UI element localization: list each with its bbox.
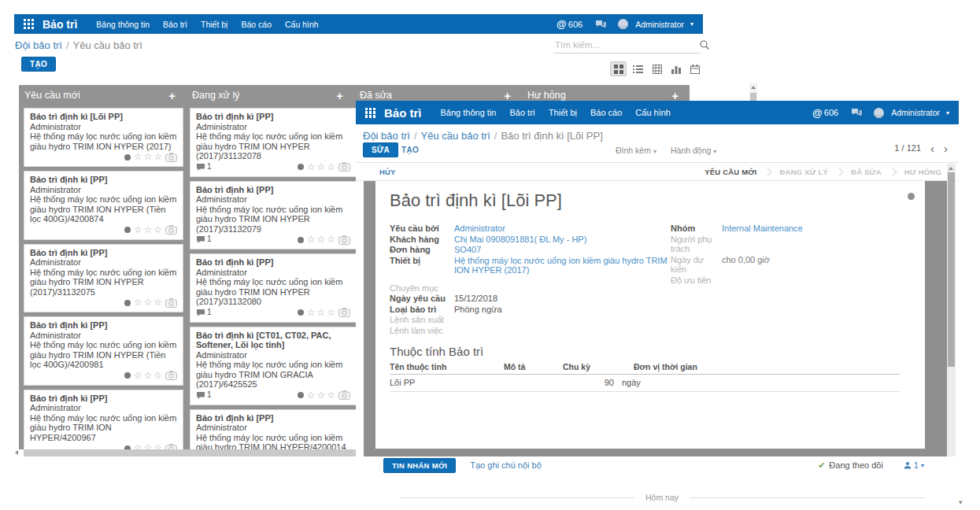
kanban-state-icon[interactable] (124, 154, 131, 161)
star-icon[interactable]: ☆ (134, 444, 142, 449)
message-count[interactable]: 1 (196, 308, 212, 318)
star-icon[interactable]: ☆ (153, 444, 162, 449)
create-button[interactable]: TẠO (401, 146, 419, 154)
vertical-scrollbar[interactable] (947, 164, 956, 456)
add-card-icon[interactable]: + (336, 89, 343, 102)
star-icon[interactable]: ☆ (143, 444, 152, 449)
pivot-view-icon[interactable] (649, 62, 664, 76)
star-icon[interactable]: ☆ (153, 298, 162, 307)
kanban-card[interactable]: Bảo trì định kì [PP] Administrator Hệ th… (24, 244, 183, 313)
star-icon[interactable]: ☆ (134, 298, 142, 307)
star-icon[interactable]: ☆ (143, 298, 152, 307)
add-card-icon[interactable]: + (168, 89, 176, 102)
kanban-card[interactable]: Bảo trì định kì [PP] Administrator Hệ th… (190, 409, 357, 450)
star-icon[interactable]: ☆ (307, 391, 316, 400)
graph-view-icon[interactable] (668, 62, 683, 76)
field-equipment[interactable]: Hệ thống máy lọc nước uống ion kiềm giàu… (454, 256, 669, 275)
calendar-view-icon[interactable] (687, 62, 702, 76)
kanban-card[interactable]: Bảo trì định kì [Lõi PP] Administrator H… (24, 108, 183, 167)
kanban-state-icon[interactable] (298, 164, 304, 170)
state-inprogress[interactable]: ĐANG XỬ LÝ (779, 168, 828, 176)
menu-dashboard[interactable]: Bảng thông tin (96, 20, 150, 29)
apps-grid-icon[interactable] (24, 19, 34, 29)
field-requested-by[interactable]: Administrator (454, 224, 669, 234)
menu-dashboard[interactable]: Bảng thông tin (441, 108, 497, 117)
star-icon[interactable]: ☆ (143, 371, 152, 380)
star-icon[interactable]: ☆ (307, 235, 316, 244)
message-count[interactable]: 1 (196, 235, 212, 245)
field-customer[interactable]: Chị Mai 0908091881( ĐL My - HP) (454, 235, 669, 245)
user-menu[interactable]: Administrator (891, 108, 940, 117)
add-card-icon[interactable]: + (671, 89, 679, 102)
attachments-dropdown[interactable]: Đính kèm▾ (616, 146, 656, 155)
state-repaired[interactable]: ĐÃ SỬA (851, 168, 882, 176)
menu-reporting[interactable]: Báo cáo (590, 108, 622, 117)
breadcrumb-page[interactable]: Yêu cầu bảo trì (421, 130, 490, 142)
cancel-button[interactable]: HỦY (379, 168, 396, 176)
menu-reporting[interactable]: Báo cáo (241, 20, 272, 29)
menu-equipment[interactable]: Thiết bị (549, 108, 577, 117)
star-icon[interactable]: ☆ (134, 371, 142, 380)
kanban-state-icon[interactable] (124, 227, 131, 233)
star-icon[interactable]: ☆ (307, 309, 316, 317)
table-row[interactable]: Lõi PP 90 ngày (390, 375, 900, 392)
activities-badge[interactable]: @606 (812, 107, 838, 119)
add-card-icon[interactable]: + (504, 89, 511, 102)
star-icon[interactable]: ☆ (316, 235, 325, 244)
field-sale-order[interactable]: SO407 (454, 245, 669, 255)
kanban-state-icon[interactable] (298, 237, 304, 243)
kanban-state-icon[interactable] (908, 193, 915, 200)
pager-next-icon[interactable]: › (944, 144, 948, 153)
app-title[interactable]: Bảo trì (43, 18, 77, 31)
kanban-card[interactable]: Bảo trì định kì [CT01, CT02, PAC, Soften… (190, 327, 357, 405)
scroll-left-icon[interactable] (15, 450, 18, 455)
menu-maintenance[interactable]: Bảo trì (509, 108, 534, 117)
star-icon[interactable]: ☆ (316, 163, 325, 172)
message-count[interactable]: 1 (196, 390, 212, 401)
star-icon[interactable]: ☆ (134, 153, 142, 161)
kanban-card[interactable]: Bảo trì định kì [PP] Administrator Hệ th… (190, 108, 357, 177)
star-icon[interactable]: ☆ (327, 309, 335, 317)
message-count[interactable]: 1 (196, 162, 212, 172)
kanban-card[interactable]: Bảo trì định kì [PP] Administrator Hệ th… (24, 171, 183, 240)
menu-maintenance[interactable]: Bảo trì (163, 20, 187, 29)
search-icon[interactable] (699, 39, 710, 54)
menu-configuration[interactable]: Cấu hình (635, 108, 671, 117)
pager-value[interactable]: 1 / 121 (894, 143, 921, 153)
breadcrumb-team[interactable]: Đội bảo trì (363, 130, 410, 142)
kanban-state-icon[interactable] (298, 392, 304, 398)
star-icon[interactable]: ☆ (153, 226, 162, 235)
messages-icon[interactable] (851, 108, 863, 117)
menu-configuration[interactable]: Cấu hình (285, 20, 319, 29)
menu-equipment[interactable]: Thiết bị (201, 20, 227, 29)
new-message-button[interactable]: TIN NHẮN MỚI (383, 458, 456, 473)
star-icon[interactable]: ☆ (327, 235, 335, 244)
field-team[interactable]: Internal Maintenance (722, 224, 803, 234)
star-icon[interactable]: ☆ (316, 309, 325, 317)
star-icon[interactable]: ☆ (307, 163, 316, 172)
state-scrap[interactable]: HƯ HỎNG (904, 168, 941, 176)
kanban-state-icon[interactable] (124, 300, 131, 306)
log-note-button[interactable]: Tạo ghi chú nội bộ (470, 460, 542, 470)
pager-previous-icon[interactable]: ‹ (930, 144, 934, 153)
apps-grid-icon[interactable] (365, 108, 375, 118)
list-view-icon[interactable] (631, 62, 645, 76)
kanban-card[interactable]: Bảo trì định kì [PP] Administrator Hệ th… (24, 316, 183, 386)
app-title[interactable]: Bảo trì (384, 106, 422, 120)
user-menu[interactable]: Administrator (635, 20, 684, 29)
kanban-state-icon[interactable] (124, 372, 131, 379)
messages-icon[interactable] (595, 20, 607, 29)
kanban-state-icon[interactable] (298, 309, 304, 316)
star-icon[interactable]: ☆ (327, 163, 335, 172)
action-dropdown[interactable]: Hành động▾ (671, 146, 716, 155)
breadcrumb-team[interactable]: Đội bảo trì (15, 39, 62, 51)
create-button[interactable]: TẠO (21, 57, 56, 72)
star-icon[interactable]: ☆ (134, 226, 142, 235)
search-input[interactable] (553, 36, 700, 54)
state-new[interactable]: YÊU CẦU MỚI (704, 168, 756, 176)
kanban-card[interactable]: Bảo trì định kì [PP] Administrator Hệ th… (24, 390, 183, 450)
followers-dropdown[interactable]: 1 ▾ (904, 460, 924, 470)
star-icon[interactable]: ☆ (153, 371, 162, 380)
star-icon[interactable]: ☆ (327, 391, 335, 400)
kanban-card[interactable]: Bảo trì định kì [PP] Administrator Hệ th… (190, 253, 357, 323)
